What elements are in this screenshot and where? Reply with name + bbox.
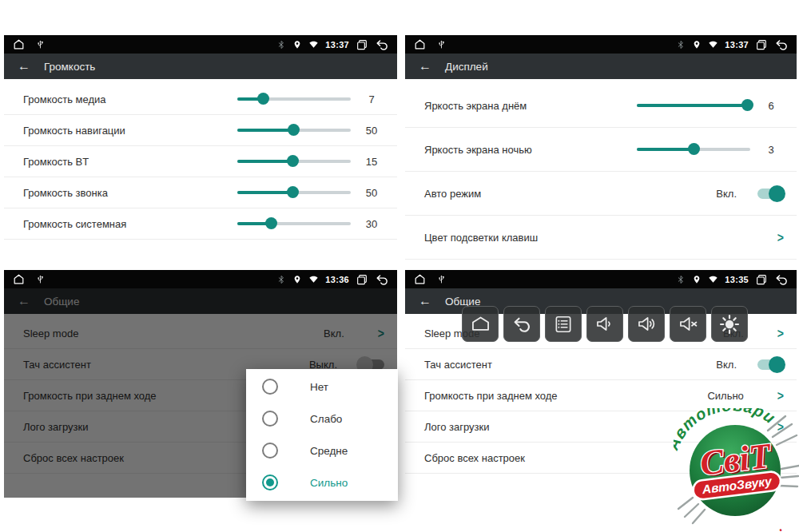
row-label: Громкость при заднем ходе — [424, 390, 707, 402]
status-time: 13:35 — [725, 275, 749, 284]
volume-row-nav: Громкость навигации 50 — [4, 115, 397, 146]
row-label: Авто режим — [424, 188, 716, 200]
back-arrow-icon[interactable] — [419, 295, 431, 308]
reverse-volume-row[interactable]: Громкость при заднем ходе Сильно — [405, 380, 797, 411]
panel-general: 13:35 Общие Sleep mode Вкл. Тач ассистен… — [405, 270, 797, 532]
toolbar-back-button[interactable] — [503, 306, 540, 342]
chevron-right-icon — [777, 388, 784, 403]
recents-icon[interactable] — [755, 273, 768, 286]
row-label: Тач ассистент — [424, 359, 716, 371]
system-volume-slider[interactable] — [237, 217, 351, 230]
volume-low-icon — [594, 313, 616, 335]
bluetooth-icon — [276, 40, 286, 50]
brightness-day-slider[interactable] — [637, 99, 750, 112]
key-backlight-row[interactable]: Цвет подсветки клавиш — [405, 216, 797, 260]
volume-row-system: Громкость системная 30 — [4, 208, 397, 240]
toolbar-list-button[interactable] — [545, 306, 582, 342]
home-icon[interactable] — [413, 272, 427, 286]
row-label: Громкость навигации — [23, 125, 237, 137]
toolbar-volume-down-button[interactable] — [586, 306, 623, 342]
back-arrow-icon[interactable] — [18, 60, 30, 73]
status-time: 13:37 — [325, 40, 349, 50]
radio-selected-icon[interactable] — [262, 474, 278, 490]
auto-mode-toggle[interactable] — [757, 189, 784, 199]
back-nav-icon[interactable] — [375, 272, 389, 287]
recents-icon[interactable] — [356, 38, 368, 51]
row-value: 6 — [758, 100, 784, 112]
bluetooth-icon — [676, 40, 686, 50]
radio-icon[interactable] — [262, 379, 278, 395]
wifi-icon — [708, 274, 718, 284]
dialog-option-strong[interactable]: Сильно — [246, 466, 398, 498]
toolbar-volume-up-button[interactable] — [628, 306, 665, 342]
chevron-right-icon — [777, 419, 784, 434]
app-bar: Громкость — [4, 54, 397, 79]
recents-icon[interactable] — [356, 273, 368, 286]
option-label: Слабо — [310, 413, 342, 425]
radio-icon[interactable] — [262, 443, 278, 459]
row-value: 50 — [359, 125, 384, 137]
home-icon[interactable] — [12, 272, 26, 286]
usb-icon — [436, 39, 447, 50]
home-icon[interactable] — [12, 38, 26, 51]
dialog-option-none[interactable]: Нет — [246, 371, 398, 403]
location-icon — [692, 40, 702, 50]
usb-icon — [35, 274, 46, 284]
usb-icon — [436, 274, 447, 284]
home-icon[interactable] — [413, 38, 427, 51]
volume-high-icon — [636, 313, 658, 335]
brightness-day-row: Яркость экрана днём 6 — [405, 84, 797, 128]
back-nav-icon[interactable] — [375, 38, 389, 52]
row-label: Громкость звонка — [23, 187, 237, 199]
row-value: 30 — [359, 218, 384, 230]
wifi-icon — [308, 39, 319, 50]
row-state: Вкл. — [716, 359, 737, 371]
status-time: 13:36 — [325, 275, 349, 284]
brightness-night-row: Яркость экрана ночью 3 — [405, 128, 797, 172]
page-title: Громкость — [44, 61, 95, 73]
status-time: 13:37 — [725, 40, 749, 50]
page-title: Дисплей — [445, 61, 488, 73]
touch-assistant-row[interactable]: Тач ассистент Вкл. — [405, 349, 797, 380]
toolbar-mute-button[interactable] — [670, 306, 706, 342]
location-icon — [292, 40, 302, 50]
option-label: Средне — [310, 445, 348, 457]
list-icon — [553, 314, 574, 335]
row-value: 15 — [359, 156, 384, 168]
dialog-option-medium[interactable]: Средне — [246, 435, 398, 466]
wifi-icon — [308, 274, 319, 284]
media-volume-slider[interactable] — [237, 93, 351, 105]
toolbar-home-button[interactable] — [462, 306, 499, 342]
row-label: Цвет подсветки клавиш — [424, 232, 777, 244]
touch-assistant-toggle[interactable] — [757, 359, 784, 370]
reset-all-row[interactable]: Сброс всех настроек — [405, 443, 797, 474]
brightness-night-slider[interactable] — [637, 143, 750, 156]
auto-mode-row: Авто режим Вкл. — [405, 172, 797, 216]
row-label: Яркость экрана ночью — [424, 144, 637, 156]
boot-logo-row[interactable]: Лого загрузки — [405, 411, 797, 443]
status-bar: 13:35 — [405, 270, 797, 288]
location-icon — [692, 275, 702, 284]
ring-volume-slider[interactable] — [237, 186, 351, 199]
home-icon — [470, 313, 491, 335]
bt-volume-slider[interactable] — [237, 155, 351, 168]
volume-row-bt: Громкость BT 15 — [4, 146, 397, 177]
panel-display: 13:37 Дисплей Яркость экрана днём 6 Ярко… — [405, 35, 797, 256]
back-nav-icon[interactable] — [774, 38, 789, 52]
volume-row-ring: Громкость звонка 50 — [4, 177, 397, 208]
dialog-option-weak[interactable]: Слабо — [246, 403, 398, 435]
row-label: Громкость BT — [23, 156, 237, 168]
option-label: Нет — [310, 381, 328, 393]
quick-toolbar — [462, 306, 748, 342]
toolbar-brightness-button[interactable] — [711, 306, 748, 342]
status-bar: 13:37 — [4, 35, 397, 54]
chevron-right-icon — [777, 326, 784, 340]
row-label: Громкость системная — [23, 218, 237, 230]
status-bar: 13:37 — [405, 35, 797, 54]
radio-icon[interactable] — [262, 411, 278, 427]
nav-volume-slider[interactable] — [237, 124, 351, 137]
back-nav-icon[interactable] — [774, 272, 789, 287]
back-arrow-icon[interactable] — [419, 60, 431, 73]
mute-icon — [678, 313, 699, 335]
recents-icon[interactable] — [755, 38, 768, 51]
